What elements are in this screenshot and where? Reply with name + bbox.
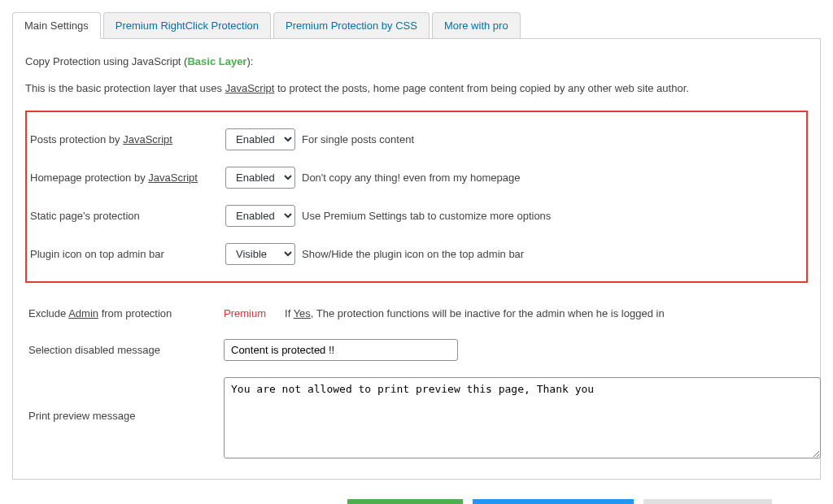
homepage-protection-select[interactable]: Enabled	[225, 167, 295, 189]
posts-protection-hint: For single posts content	[302, 133, 414, 146]
print-preview-label: Print preview message	[28, 377, 224, 422]
row-homepage-protection: Homepage protection by JavaScript Enable…	[27, 159, 806, 197]
settings-panel: Copy Protection using JavaScript (Basic …	[12, 39, 821, 480]
javascript-link[interactable]: JavaScript	[225, 82, 275, 94]
exclude-admin-label: Exclude Admin from protection	[28, 307, 224, 319]
section-title: Copy Protection using JavaScript (Basic …	[25, 55, 808, 67]
admin-link[interactable]: Admin	[68, 307, 98, 319]
tab-premium-css[interactable]: Premium Protection by CSS	[273, 12, 430, 38]
javascript-link[interactable]: JavaScript	[148, 172, 198, 184]
tab-premium-rightclick[interactable]: Premium RightClick Protection	[103, 12, 271, 38]
posts-protection-select[interactable]: Enabled	[225, 128, 295, 150]
row-static-protection: Static page's protection Enabled Use Pre…	[27, 197, 806, 235]
tab-main-settings[interactable]: Main Settings	[12, 12, 101, 39]
homepage-protection-label: Homepage protection by JavaScript	[30, 172, 225, 184]
static-protection-label: Static page's protection	[30, 210, 225, 222]
save-settings-button[interactable]: Save Settings	[347, 499, 463, 504]
exclude-admin-hint: If Yes, The protection functions will be…	[285, 307, 665, 319]
plugin-icon-hint: Show/Hide the plugin icon on the top adm…	[302, 248, 524, 260]
highlighted-settings-box: Posts protection by JavaScript Enabled F…	[25, 111, 808, 283]
posts-protection-label: Posts protection by JavaScript	[30, 133, 225, 146]
basic-layer-label: Basic Layer	[187, 55, 246, 67]
row-plugin-icon: Plugin icon on top admin bar Visible Sho…	[27, 235, 806, 273]
static-protection-select[interactable]: Enabled	[225, 205, 295, 227]
selection-message-input[interactable]	[224, 339, 458, 361]
javascript-link[interactable]: JavaScript	[123, 133, 172, 146]
static-protection-hint: Use Premium Settings tab to customize mo…	[302, 210, 551, 222]
tab-more-pro[interactable]: More with pro	[432, 12, 521, 38]
tabs: Main Settings Premium RightClick Protect…	[12, 12, 821, 39]
plugin-icon-select[interactable]: Visible	[225, 243, 295, 265]
button-bar: Save Settings Preview alert message Rest…	[12, 499, 821, 504]
selection-message-label: Selection disabled message	[28, 344, 224, 356]
row-print-preview-message: Print preview message	[25, 369, 808, 467]
homepage-protection-hint: Don't copy any thing! even from my homep…	[302, 172, 520, 184]
row-selection-message: Selection disabled message	[25, 331, 808, 369]
plugin-icon-label: Plugin icon on top admin bar	[30, 248, 225, 260]
row-posts-protection: Posts protection by JavaScript Enabled F…	[27, 120, 806, 159]
restore-defaults-button[interactable]: Restore defaults	[643, 499, 772, 504]
preview-alert-button[interactable]: Preview alert message	[473, 499, 634, 504]
row-exclude-admin: Exclude Admin from protection Premium If…	[25, 295, 808, 331]
print-preview-textarea[interactable]	[224, 377, 821, 458]
premium-tag: Premium	[224, 307, 266, 319]
section-description: This is the basic protection layer that …	[25, 82, 808, 94]
